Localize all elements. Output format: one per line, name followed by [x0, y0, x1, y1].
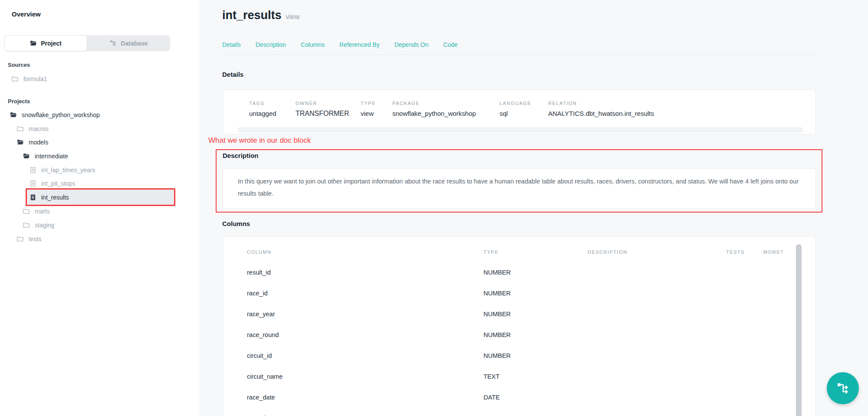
tab-columns[interactable]: Columns	[301, 41, 325, 48]
field-value: view	[361, 110, 376, 117]
column-type-cell: NUMBER	[483, 290, 511, 297]
column-header-column: COLUMN	[247, 249, 272, 255]
tree-item-label: int_results	[41, 194, 69, 201]
file-filled-icon	[30, 194, 36, 201]
column-type-cell: NUMBER	[483, 269, 511, 276]
source-label: formula1	[23, 75, 47, 82]
details-field-owner: OWNERTRANSFORMER	[296, 101, 349, 118]
tab-depends-on[interactable]: Depends On	[395, 41, 429, 48]
tree-item-label: tests	[29, 236, 42, 242]
materialization-badge: view	[286, 13, 300, 20]
sidebar-item-marts[interactable]: marts	[23, 204, 50, 218]
field-label: RELATION	[548, 101, 654, 106]
sidebar-item-staging[interactable]: staging	[23, 218, 54, 232]
column-type-cell: DATE	[483, 394, 500, 401]
folder-icon	[23, 222, 30, 229]
details-field-type: TYPEview	[361, 101, 376, 117]
sidebar-item-int_lap_times_years[interactable]: int_lap_times_years	[30, 163, 95, 177]
folder-icon	[17, 125, 24, 132]
column-header-tests: TESTS	[726, 249, 745, 255]
projects-label: Projects	[8, 98, 30, 105]
column-type-cell: NUMBER	[483, 331, 511, 338]
field-label: LANGUAGE	[500, 101, 531, 106]
tab-divider	[222, 54, 816, 55]
columns-card: COLUMNTYPEDESCRIPTIONTESTSMORE? result_i…	[223, 236, 816, 416]
tree-item-label: int_pit_stops	[41, 180, 76, 187]
field-value: snowflake_python_workshop	[392, 110, 476, 117]
tab-bar: DetailsDescriptionColumnsReferenced ByDe…	[222, 41, 458, 48]
sidebar-heading: Overview	[12, 10, 41, 18]
tree-item-label: models	[29, 139, 48, 146]
column-name-cell: result_id	[247, 269, 271, 276]
tree-item-label: staging	[35, 222, 54, 229]
tree-item-label: marts	[35, 208, 50, 215]
sidebar-item-intermediate[interactable]: intermediate	[23, 149, 68, 163]
field-value: TRANSFORMER	[296, 110, 349, 118]
tree-item-label: snowflake_python_workshop	[22, 111, 100, 118]
lineage-icon	[109, 39, 117, 47]
details-collapsed-bar	[238, 127, 802, 133]
folder-icon	[17, 236, 24, 242]
description-text: In this query we want to join out other …	[238, 175, 802, 200]
description-card: In this query we want to join out other …	[223, 168, 816, 209]
columns-section-heading: Columns	[222, 220, 250, 227]
tree-item-label: intermediate	[35, 153, 68, 160]
column-header-description: DESCRIPTION	[588, 249, 628, 255]
folder-open-icon	[10, 111, 17, 118]
tab-description[interactable]: Description	[256, 41, 286, 48]
sidebar-item-int_pit_stops[interactable]: int_pit_stops	[30, 177, 76, 190]
field-label: TYPE	[361, 101, 376, 106]
view-toggle: Project Database	[4, 35, 170, 51]
sidebar-item-tests[interactable]: tests	[17, 232, 42, 246]
details-field-tags: TAGSuntagged	[249, 101, 276, 117]
folder-icon	[30, 40, 37, 47]
toggle-project-button[interactable]: Project	[4, 35, 87, 51]
details-card: TAGSuntaggedOWNERTRANSFORMERTYPEviewPACK…	[223, 89, 816, 134]
tree-item-label: int_lap_times_years	[41, 167, 95, 174]
sidebar-item-models[interactable]: models	[17, 135, 48, 149]
column-type-cell: NUMBER	[483, 352, 511, 359]
field-label: TAGS	[249, 101, 276, 106]
field-value: sql	[500, 110, 531, 117]
tab-code[interactable]: Code	[443, 41, 457, 48]
field-value: untagged	[249, 110, 276, 117]
tab-referenced-by[interactable]: Referenced By	[339, 41, 380, 48]
column-type-cell: TEXT	[483, 373, 500, 380]
details-field-relation: RELATIONANALYTICS.dbt_hwatson.int_result…	[548, 101, 654, 117]
column-name-cell: circuit_id	[247, 352, 272, 359]
doc-block-annotation: What we wrote in our doc block	[208, 136, 311, 145]
folder-icon	[23, 208, 30, 215]
folder-open-icon	[23, 153, 30, 160]
details-field-language: LANGUAGEsql	[500, 101, 531, 117]
field-label: PACKAGE	[392, 101, 476, 106]
column-name-cell: race_id	[247, 290, 268, 297]
file-icon	[30, 180, 36, 187]
description-section-heading: Description	[223, 152, 259, 159]
folder-icon	[12, 75, 19, 82]
toggle-database-button[interactable]: Database	[87, 35, 170, 51]
main-content: int_resultsview DetailsDescriptionColumn…	[200, 0, 868, 416]
column-header-more: MORE?	[763, 249, 784, 255]
field-label: OWNER	[296, 101, 349, 106]
column-name-cell: race_date	[247, 394, 275, 401]
column-name-cell: circuit_name	[247, 373, 283, 380]
details-field-package: PACKAGEsnowflake_python_workshop	[392, 101, 476, 117]
toggle-project-label: Project	[41, 40, 61, 47]
sidebar-item-int_results[interactable]: int_results	[30, 190, 69, 204]
column-name-cell: race_round	[247, 331, 279, 338]
lineage-graph-button[interactable]	[827, 372, 859, 404]
table-scrollbar[interactable]	[796, 244, 802, 416]
sidebar-item-snowflake_python_workshop[interactable]: snowflake_python_workshop	[10, 108, 100, 122]
tab-details[interactable]: Details	[222, 41, 241, 48]
model-name: int_results	[222, 9, 282, 22]
file-icon	[30, 167, 36, 174]
field-value: ANALYTICS.dbt_hwatson.int_results	[548, 110, 654, 117]
dbt-docs-page: Overview Project Database Sources formul…	[0, 0, 868, 416]
column-name-cell: race_year	[247, 311, 275, 318]
sources-label: Sources	[8, 62, 30, 68]
folder-open-icon	[17, 139, 24, 146]
sidebar-source-item[interactable]: formula1	[12, 72, 47, 86]
sidebar-item-macros[interactable]: macros	[17, 122, 49, 136]
sidebar: Overview Project Database Sources formul…	[0, 0, 200, 416]
page-title: int_resultsview	[222, 9, 300, 22]
